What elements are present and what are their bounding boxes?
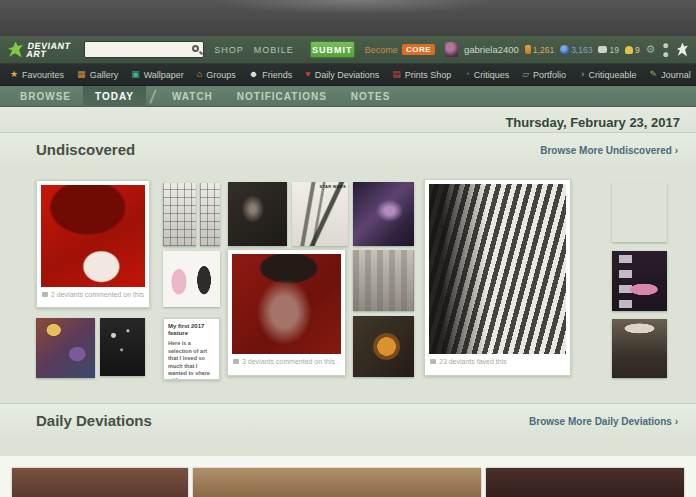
deviation-thumb-cutoff-2[interactable] xyxy=(193,468,481,497)
points-indicator[interactable]: 1,261 xyxy=(525,45,554,55)
briefcase-icon xyxy=(522,70,529,79)
deviation-thumb-colorful-crowd[interactable] xyxy=(36,318,95,378)
deviation-thumb-red-anime-portrait[interactable] xyxy=(41,185,145,287)
search-icon[interactable] xyxy=(192,45,199,52)
caption-text: 3 deviants commented on this xyxy=(242,358,335,365)
alert-count: 9 xyxy=(635,45,640,55)
become-core-link[interactable]: Become CORE xyxy=(365,44,435,55)
nav-portfolio[interactable]: Portfolio xyxy=(522,70,566,80)
frame-icon xyxy=(77,70,86,79)
section-title-daily-deviations: Daily Deviations xyxy=(36,412,152,429)
bubble-icon xyxy=(464,70,469,79)
chrome-highlight xyxy=(190,0,520,20)
username[interactable]: gabriela2400 xyxy=(464,44,519,55)
subnav-today[interactable]: TODAY xyxy=(83,86,146,107)
journal-feature-card[interactable]: My first 2017 feature Here is a selectio… xyxy=(163,318,220,380)
nav-favourites[interactable]: Favourites xyxy=(10,70,64,80)
message-count: 19 xyxy=(609,45,618,55)
section-undiscovered-header: Undiscovered Browse More Undiscovered › xyxy=(0,132,696,168)
deviation-thumb-dark-portrait[interactable] xyxy=(228,182,287,246)
deviation-thumb-purple-abstract[interactable] xyxy=(353,182,414,246)
avatar[interactable] xyxy=(445,42,458,57)
brand-wordmark: DEVIANT ART xyxy=(26,42,71,58)
deviation-thumb-star-wars-sketch[interactable]: STAR WARS xyxy=(292,182,348,246)
comment-icon xyxy=(233,359,239,364)
daily-deviations-row xyxy=(0,456,696,497)
site-header: DEVIANT ART SHOP MOBILE SUBMIT Become CO… xyxy=(0,36,696,64)
deviation-thumb-manga-page-1[interactable] xyxy=(163,183,196,246)
deviantart-mini-logo-icon[interactable] xyxy=(677,43,688,57)
nav-gallery[interactable]: Gallery xyxy=(77,70,118,80)
deviation-caption: 2 deviants commented on this xyxy=(41,287,145,298)
deviation-thumb-architecture-bw[interactable] xyxy=(429,184,566,354)
friends-icon[interactable]: ☻☻ xyxy=(661,41,670,59)
deviantart-fella-icon xyxy=(8,42,23,58)
points-icon xyxy=(525,45,531,54)
monitor-icon xyxy=(131,70,140,79)
bubble-icon xyxy=(579,70,584,79)
watchers-icon xyxy=(560,45,569,54)
deviation-card-face-portrait[interactable]: 3 deviants commented on this xyxy=(227,249,346,376)
deviation-thumb-pink-figures[interactable] xyxy=(163,251,220,307)
subnav-watch[interactable]: WATCH xyxy=(160,86,225,107)
current-date: Thursday, February 23, 2017 xyxy=(505,115,680,130)
nav-groups[interactable]: Groups xyxy=(197,70,236,80)
deviation-caption: 23 deviants faved this xyxy=(429,354,566,365)
gear-icon[interactable]: ⚙ xyxy=(646,44,656,55)
deviation-thumb-night-photo[interactable] xyxy=(100,318,145,376)
page-content: Thursday, February 23, 2017 Undiscovered… xyxy=(0,107,696,456)
journal-excerpt: Here is a selection of art that I loved … xyxy=(168,340,215,380)
watchers-count: 3,163 xyxy=(571,45,592,55)
deviation-thumb-orange-mandala[interactable] xyxy=(353,316,414,377)
main-nav: Favourites Gallery Wallpaper Groups Frie… xyxy=(0,64,696,86)
mobile-link[interactable]: MOBILE xyxy=(254,45,294,55)
print-icon xyxy=(392,70,401,79)
deviation-thumb-hooded-figure[interactable] xyxy=(612,319,667,378)
deviation-caption: 3 deviants commented on this xyxy=(232,354,341,365)
watchers-indicator[interactable]: 3,163 xyxy=(560,45,592,55)
section-title-undiscovered: Undiscovered xyxy=(36,141,135,158)
brand-line2: ART xyxy=(26,50,70,58)
deviation-card-architecture[interactable]: 23 deviants faved this xyxy=(424,179,571,376)
home-icon xyxy=(197,70,202,79)
star-wars-label: STAR WARS xyxy=(320,184,346,189)
deviation-thumb-face-portrait[interactable] xyxy=(232,254,341,354)
deviation-thumb-dark-comic-page[interactable] xyxy=(612,251,667,311)
deviation-thumb-bw-group[interactable] xyxy=(353,250,414,311)
nav-daily-deviations[interactable]: Daily Deviations xyxy=(305,70,379,80)
alerts-indicator[interactable]: 9 xyxy=(625,45,640,55)
deviation-thumb-storm-landscape[interactable] xyxy=(612,183,667,242)
core-badge: CORE xyxy=(402,44,435,55)
journal-icon xyxy=(650,70,658,79)
slash-divider xyxy=(149,89,156,104)
subnav-notifications[interactable]: NOTIFICATIONS xyxy=(225,86,339,107)
shop-link[interactable]: SHOP xyxy=(214,45,244,55)
fav-icon xyxy=(430,359,436,364)
deviation-thumb-cutoff-3[interactable] xyxy=(486,468,684,497)
nav-critiqueable[interactable]: Critiqueable xyxy=(579,70,636,80)
deviation-thumb-manga-page-2[interactable] xyxy=(200,183,220,246)
nav-prints-shop[interactable]: Prints Shop xyxy=(392,70,451,80)
search-input[interactable] xyxy=(85,45,203,60)
deviation-thumb-cutoff-1[interactable] xyxy=(12,468,188,497)
nav-journal[interactable]: Journal xyxy=(650,70,691,80)
subnav-browse[interactable]: BROWSE xyxy=(8,86,83,107)
bell-icon xyxy=(625,46,633,54)
user-cluster: gabriela2400 1,261 3,163 19 9 ⚙ ☻☻ xyxy=(445,41,688,59)
nav-friends[interactable]: Friends xyxy=(249,70,293,80)
browse-more-daily-deviations-link[interactable]: Browse More Daily Deviations › xyxy=(529,416,678,427)
nav-wallpaper[interactable]: Wallpaper xyxy=(131,70,184,80)
journal-title: My first 2017 feature xyxy=(168,323,215,337)
comment-icon xyxy=(42,292,48,297)
window-chrome-band xyxy=(0,0,696,36)
nav-critiques[interactable]: Critiques xyxy=(464,70,509,80)
caption-text: 2 deviants commented on this xyxy=(51,291,144,298)
person-icon xyxy=(249,70,258,79)
deviation-card-red-portrait[interactable]: 2 deviants commented on this xyxy=(36,180,150,308)
deviantart-logo[interactable]: DEVIANT ART xyxy=(8,42,70,58)
subnav-notes[interactable]: NOTES xyxy=(339,86,402,107)
browse-more-undiscovered-link[interactable]: Browse More Undiscovered › xyxy=(540,145,678,156)
submit-button[interactable]: SUBMIT xyxy=(310,41,355,58)
messages-indicator[interactable]: 19 xyxy=(598,45,618,55)
points-count: 1,261 xyxy=(533,45,554,55)
